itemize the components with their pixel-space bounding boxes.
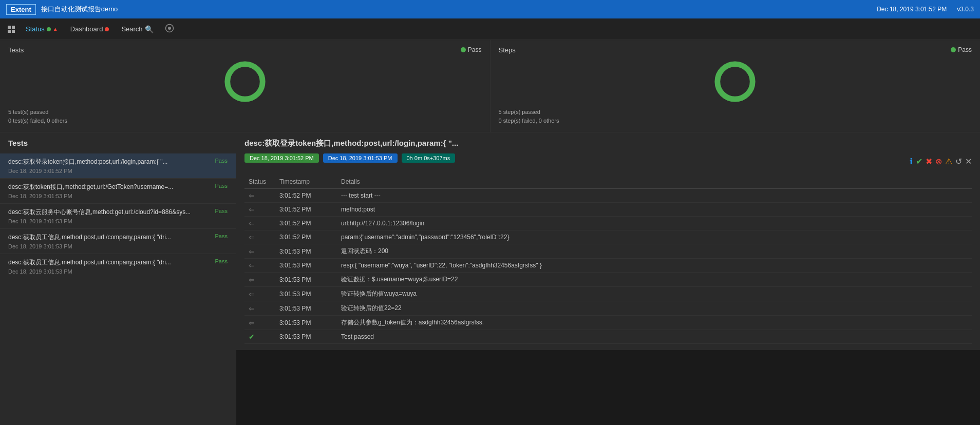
- test-item-status: Pass: [215, 208, 228, 214]
- nav-item-status[interactable]: Status ▲: [21, 23, 63, 35]
- detail-badge-duration: 0h 0m 0s+307ms: [402, 153, 456, 163]
- step-timestamp: 3:01:52 PM: [275, 203, 337, 217]
- test-item[interactable]: desc:获取token接口,method:get,url:/GetToken?…: [0, 179, 236, 204]
- tests-pass-label: Pass: [468, 46, 482, 53]
- top-bar: Extent 接口自动化测试报告demo Dec 18, 2019 3:01:5…: [0, 0, 980, 18]
- step-details: 验证数据：$.username=wuya;$.userID=22: [337, 273, 972, 287]
- test-item-name: desc:获取员工信息,method:post,url:/company,par…: [8, 233, 211, 242]
- step-details: 返回状态码：200: [337, 244, 972, 259]
- step-row: ⇐3:01:52 PMmethod:post: [244, 203, 972, 217]
- svg-point-5: [168, 27, 171, 30]
- test-item[interactable]: desc:获取员工信息,method:post,url:/company,par…: [0, 229, 236, 254]
- tests-pass-badge: Pass: [461, 46, 482, 53]
- test-item-header: desc:获取员工信息,method:post,url:/company,par…: [8, 233, 228, 242]
- tests-stats: 5 test(s) passed 0 test(s) failed, 0 oth…: [8, 108, 482, 126]
- step-details: 存储公共参数g_token值为：asdgfhh32456asfgrsfss.: [337, 316, 972, 330]
- search-icon: 🔍: [145, 25, 154, 33]
- svg-rect-2: [8, 30, 11, 33]
- step-timestamp: 3:01:52 PM: [275, 230, 337, 244]
- detail-badge-start: Dec 18, 2019 3:01:52 PM: [244, 153, 319, 163]
- step-status-icon: ⇐: [244, 273, 275, 287]
- step-status-icon: ⇐: [244, 301, 275, 316]
- nav-speaker-icon[interactable]: [165, 24, 174, 34]
- test-item-status: Pass: [215, 158, 228, 164]
- svg-rect-3: [12, 30, 15, 33]
- warning-icon[interactable]: ⚠: [945, 157, 952, 166]
- detail-action-bar: ℹ ✔ ✖ ⊗ ⚠ ↺ ✕: [910, 157, 972, 166]
- step-timestamp: 3:01:53 PM: [275, 259, 337, 273]
- steps-panel-title: Steps: [499, 46, 972, 54]
- test-item-time: Dec 18, 2019 3:01:53 PM: [8, 218, 228, 224]
- steps-passed-text: 5 step(s) passed: [499, 108, 972, 117]
- test-item-status: Pass: [215, 183, 228, 189]
- tests-pass-dot: [461, 47, 466, 52]
- bottom-section: Tests desc:获取登录token接口,method:post,url:/…: [0, 132, 980, 425]
- step-status-icon: ⇐: [244, 230, 275, 244]
- svg-point-9: [718, 64, 752, 99]
- close-icon[interactable]: ✕: [965, 157, 972, 166]
- step-timestamp: 3:01:53 PM: [275, 287, 337, 301]
- col-details: Details: [337, 175, 972, 189]
- step-timestamp: 3:01:53 PM: [275, 330, 337, 344]
- step-details: Test passed: [337, 330, 972, 344]
- step-details: resp:{ "username":"wuya", "userID":22, "…: [337, 259, 972, 273]
- main-content: Tests Pass 5 test(s) passed 0 test(s) fa…: [0, 40, 980, 425]
- dashboard-label: Dashboard: [70, 25, 103, 33]
- info-icon[interactable]: ℹ: [910, 157, 913, 166]
- steps-pass-badge: Pass: [951, 46, 972, 53]
- tests-panel-title: Tests: [8, 46, 482, 54]
- steps-pass-label: Pass: [958, 46, 972, 53]
- detail-panel: desc:获取登录token接口,method:post,url:/login,…: [236, 132, 980, 350]
- step-row: ⇐3:01:53 PM验证数据：$.username=wuya;$.userID…: [244, 273, 972, 287]
- step-details: param:{"username":"admin","password":"12…: [337, 230, 972, 244]
- step-row: ⇐3:01:53 PMresp:{ "username":"wuya", "us…: [244, 259, 972, 273]
- x-icon[interactable]: ⊗: [935, 157, 942, 166]
- cross-circle-icon[interactable]: ✖: [926, 157, 932, 166]
- step-details: 验证转换后的值22=22: [337, 301, 972, 316]
- refresh-icon[interactable]: ↺: [955, 157, 962, 166]
- tests-list: Tests desc:获取登录token接口,method:post,url:/…: [0, 132, 236, 425]
- test-item-name: desc:获取token接口,method:get,url:/GetToken?…: [8, 183, 211, 191]
- step-row: ⇐3:01:52 PMurl:http://127.0.0.1:12306/lo…: [244, 217, 972, 230]
- step-status-icon: ⇐: [244, 189, 275, 203]
- step-row: ⇐3:01:53 PM验证转换后的值wuya=wuya: [244, 287, 972, 301]
- nav-bar: Status ▲ Dashboard Search 🔍: [0, 18, 980, 40]
- detail-badges: Dec 18, 2019 3:01:52 PM Dec 18, 2019 3:0…: [244, 153, 455, 163]
- nav-item-search[interactable]: Search 🔍: [116, 23, 158, 35]
- svg-rect-1: [12, 26, 15, 29]
- steps-stats: 5 step(s) passed 0 step(s) failed, 0 oth…: [499, 108, 972, 126]
- apps-grid-icon[interactable]: [4, 22, 18, 36]
- check-circle-icon[interactable]: ✔: [916, 157, 922, 166]
- test-item[interactable]: desc:获取云服务中心账号信息,method:get,url:/cloud?i…: [0, 204, 236, 229]
- step-row: ⇐3:01:52 PM--- test start ---: [244, 189, 972, 203]
- step-row: ⇐3:01:53 PM验证转换后的值22=22: [244, 301, 972, 316]
- test-item[interactable]: desc:获取登录token接口,method:post,url:/login,…: [0, 153, 236, 179]
- nav-item-dashboard[interactable]: Dashboard: [65, 23, 115, 35]
- step-status-icon: ⇐: [244, 316, 275, 330]
- test-item-time: Dec 18, 2019 3:01:53 PM: [8, 243, 228, 249]
- step-status-icon: ⇐: [244, 244, 275, 259]
- top-bar-title: 接口自动化测试报告demo: [41, 5, 118, 14]
- steps-donut-container: [499, 58, 972, 106]
- step-status-icon: ⇐: [244, 217, 275, 230]
- col-status: Status: [244, 175, 275, 189]
- steps-summary-panel: Steps Pass 5 step(s) passed 0 step(s) fa…: [490, 40, 981, 132]
- step-timestamp: 3:01:53 PM: [275, 316, 337, 330]
- step-timestamp: 3:01:53 PM: [275, 301, 337, 316]
- dashboard-dot: [105, 27, 109, 31]
- step-row: ⇐3:01:52 PMparam:{"username":"admin","pa…: [244, 230, 972, 244]
- status-triangle: ▲: [53, 26, 58, 32]
- test-item-time: Dec 18, 2019 3:01:52 PM: [8, 168, 228, 174]
- status-dot: [47, 27, 51, 31]
- steps-donut-chart: [712, 59, 758, 105]
- test-item[interactable]: desc:获取员工信息,method:post,url:/company,par…: [0, 254, 236, 279]
- test-item-header: desc:获取token接口,method:get,url:/GetToken?…: [8, 183, 228, 191]
- test-item-status: Pass: [215, 258, 228, 264]
- tests-donut-chart: [222, 59, 268, 105]
- summary-row: Tests Pass 5 test(s) passed 0 test(s) fa…: [0, 40, 980, 132]
- tests-summary-panel: Tests Pass 5 test(s) passed 0 test(s) fa…: [0, 40, 490, 132]
- step-details: 验证转换后的值wuya=wuya: [337, 287, 972, 301]
- test-item-name: desc:获取员工信息,method:post,url:/company,par…: [8, 258, 211, 267]
- search-label: Search: [121, 25, 142, 33]
- status-label: Status: [26, 25, 45, 33]
